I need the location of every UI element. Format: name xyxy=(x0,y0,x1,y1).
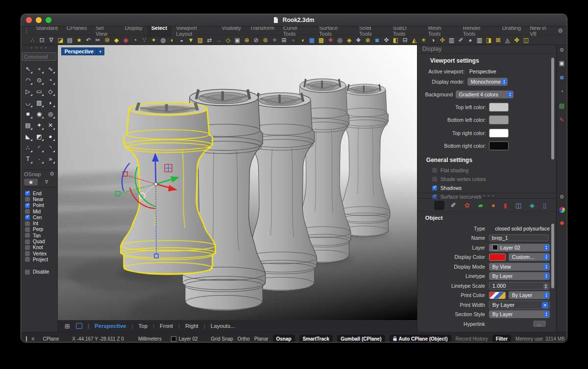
checkbox[interactable]: ✓ xyxy=(25,191,30,196)
menu-settings-gear-icon[interactable]: ⚙ xyxy=(558,27,563,34)
toolbar-icon[interactable]: ✐ xyxy=(456,36,466,45)
texture-mapping-tab[interactable]: ▰ xyxy=(476,201,485,210)
osnap-row[interactable]: ✓ Perp xyxy=(25,227,57,232)
auto-cplane-toggle[interactable]: Auto CPlane (Object) xyxy=(390,335,451,343)
toolbar-icon[interactable]: ⊘ xyxy=(251,36,261,45)
osnap-row[interactable]: ✓ Point xyxy=(25,203,57,208)
section-style-dropdown[interactable]: By Layer ▴▾ xyxy=(489,310,550,318)
checkbox[interactable]: ✓ xyxy=(25,251,30,256)
pointer-tool[interactable]: ↖ xyxy=(23,64,33,74)
object-properties-tab[interactable] xyxy=(434,201,444,210)
mesh-tool[interactable]: ▧ xyxy=(34,97,44,108)
polyline-tool[interactable]: ▷ xyxy=(23,86,33,97)
toolbar-icon[interactable]: ⊞ xyxy=(279,36,289,45)
checkbox[interactable]: ✓ xyxy=(25,203,30,208)
command-list-icon[interactable]: ≡ xyxy=(31,336,34,342)
circle-tool[interactable]: ⊙ xyxy=(34,75,44,86)
toolbar-icon[interactable]: ⇄ xyxy=(205,36,214,45)
panel-tab-display[interactable]: ▣ xyxy=(559,60,564,66)
checkbox[interactable]: ✓ xyxy=(25,215,30,220)
curve-tool[interactable]: ∿ xyxy=(45,64,55,74)
toolbar-icon[interactable]: ● xyxy=(289,36,298,45)
toolbar-icon[interactable]: ▤ xyxy=(65,36,74,45)
print-width-combo[interactable]: By Layer ▾ xyxy=(489,300,550,309)
toolbar-icon[interactable]: ✣ xyxy=(438,36,447,45)
color-swatch[interactable] xyxy=(489,115,509,124)
toolbar-icon[interactable]: → xyxy=(214,36,223,45)
toolbar-icon[interactable]: ❖ xyxy=(354,36,363,45)
color-swatch[interactable] xyxy=(489,141,509,150)
object-scrollbar[interactable] xyxy=(551,224,554,288)
panel-tab-rendering[interactable]: ◔ xyxy=(560,89,564,94)
toolbar-icon[interactable]: ⑩ xyxy=(102,36,112,45)
command-input[interactable] xyxy=(22,52,56,61)
toolbar-icon[interactable]: ◐ xyxy=(168,36,177,45)
toolbar-icon[interactable]: ✤ xyxy=(512,36,521,45)
display-check-row[interactable]: ✓ Surface isocurves xyxy=(432,194,556,200)
toolbar-icon[interactable]: ◙ xyxy=(372,36,382,45)
single-view-icon[interactable] xyxy=(76,323,82,329)
points-on-tool[interactable]: ∴ xyxy=(23,142,33,153)
viewport-tab[interactable]: Right xyxy=(173,323,198,329)
arc-blend-tool[interactable]: ◜ xyxy=(34,142,44,153)
toolbar-icon[interactable]: ◨ xyxy=(484,36,493,45)
material-tab[interactable]: ✐ xyxy=(449,201,458,210)
print-color-dropdown[interactable]: By Layer ▴▾ xyxy=(509,291,550,299)
osnap-row[interactable]: ✓ Vertex xyxy=(25,251,57,256)
torus-tool[interactable]: ◎ xyxy=(45,109,55,119)
osnap-row[interactable]: ✓ Project xyxy=(25,256,57,262)
print-color-swatch[interactable] xyxy=(489,292,506,299)
toolbar-icon[interactable]: ◧ xyxy=(391,36,400,45)
toolbar-icon[interactable]: ◫ xyxy=(521,36,531,45)
surface-grid-tool[interactable]: ▤ xyxy=(23,120,33,131)
viewport-title-button[interactable]: Perspective ▼ xyxy=(61,47,104,55)
object-panel-tab-icon[interactable]: ◆ xyxy=(560,220,564,226)
display-check-row[interactable]: ✓ Flat shading xyxy=(432,167,556,173)
toolbar-icon[interactable]: ✦ xyxy=(149,36,158,45)
checkbox[interactable]: ✓ xyxy=(25,197,30,202)
checkbox[interactable]: ✓ xyxy=(25,257,30,262)
toolbar-icon[interactable]: ◎ xyxy=(335,36,344,45)
explode-tool[interactable]: ✦ xyxy=(34,120,44,131)
osnap-filter-tab[interactable]: ∇ xyxy=(40,179,53,185)
toolbar-icon[interactable]: ◉ xyxy=(121,36,130,45)
panel-grip[interactable]: • • • • xyxy=(21,45,57,51)
toolbar-icon[interactable]: ◈ xyxy=(344,36,354,45)
toolbar-icon[interactable]: ◍ xyxy=(158,36,168,45)
toolbar-icon[interactable]: ✚ xyxy=(326,36,335,45)
panel-tab-materials[interactable]: ✎ xyxy=(560,117,564,123)
toolbar-icon[interactable]: ◑ xyxy=(428,36,438,45)
display-mode-dropdown[interactable]: Monochrome ▴▾ xyxy=(467,78,508,86)
viewport-title-dropdown-icon[interactable]: ▼ xyxy=(97,47,104,55)
color-panel-tab-icon[interactable] xyxy=(559,207,565,213)
viewport-title[interactable]: Perspective xyxy=(61,47,97,55)
osnap-gear-icon[interactable]: ⚙ xyxy=(49,171,54,177)
spinner-icon[interactable]: ▴▾ xyxy=(543,283,548,289)
fillet-tool[interactable]: ◣ xyxy=(23,131,33,142)
draw-order-tab[interactable]: ◫ xyxy=(514,201,523,210)
checkbox[interactable]: ✓ xyxy=(25,270,30,275)
toolbar-icon[interactable]: ✜ xyxy=(382,36,391,45)
toolbar-icon[interactable]: ⊚ xyxy=(261,36,270,45)
viewport-tab[interactable]: Perspective xyxy=(82,323,126,329)
planar-toggle[interactable]: Planar xyxy=(254,336,269,342)
checkbox[interactable]: ✓ xyxy=(432,177,437,182)
viewport-tab[interactable]: Front xyxy=(147,323,173,329)
display-scrollbar[interactable] xyxy=(551,58,554,160)
toolbar-icon[interactable]: ◇ xyxy=(223,36,233,45)
display-check-row[interactable]: ✓ Shade vertex colors xyxy=(432,176,556,182)
display-color-swatch[interactable] xyxy=(489,254,506,261)
linetype-scale-field[interactable]: 1.000 ▴▾ xyxy=(489,282,550,290)
viewport-3d-scene[interactable] xyxy=(58,45,417,320)
display-panel-gear-icon[interactable]: ⚙ xyxy=(560,47,564,53)
cplane-button[interactable]: CPlane xyxy=(43,336,59,342)
gumball-toggle[interactable]: Gumball (CPlane) xyxy=(337,335,385,343)
toolbar-icon[interactable]: ∇ xyxy=(47,36,56,45)
toolbar-icon[interactable]: ◒ xyxy=(177,36,186,45)
viewport-tab[interactable]: Layouts... xyxy=(198,323,235,329)
ellipse-tool[interactable]: ◔ xyxy=(45,75,55,86)
edge-softening-tab[interactable]: ◈ xyxy=(528,201,537,210)
viewport-canvas[interactable]: Perspective ▼ xyxy=(58,45,417,320)
osnap-row[interactable]: ✓ End xyxy=(25,190,57,196)
curve-blend-tool[interactable]: ◝ xyxy=(45,142,55,153)
